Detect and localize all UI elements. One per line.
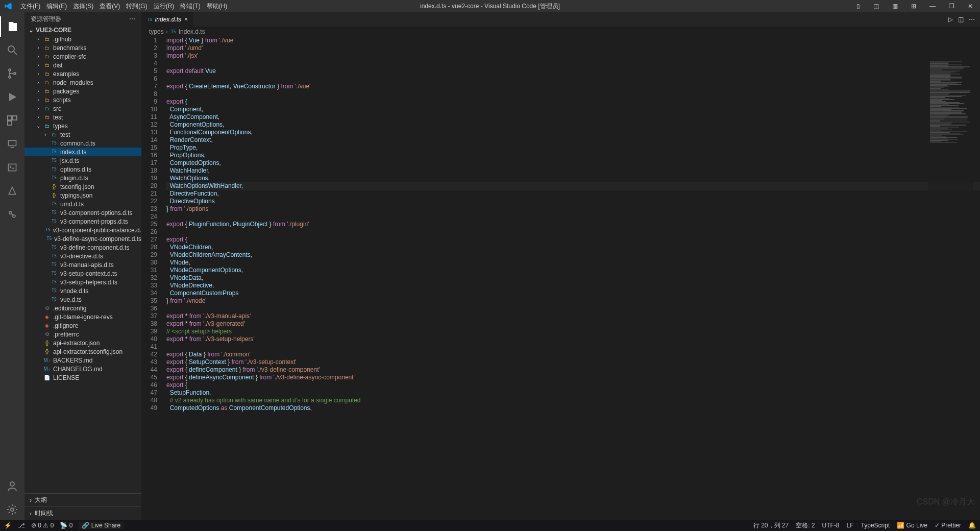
tree-item[interactable]: TSv3-directive.d.ts <box>24 252 141 260</box>
tree-item[interactable]: TScommon.d.ts <box>24 139 141 148</box>
layout-icon-4[interactable]: ⊞ <box>908 2 919 11</box>
menu-item[interactable]: 文件(F) <box>17 2 43 11</box>
tree-item[interactable]: TSv3-component-props.d.ts <box>24 217 141 226</box>
tree-item[interactable]: ›🗀examples <box>24 69 141 78</box>
run-debug-icon[interactable] <box>0 87 24 107</box>
layout-icon-1[interactable]: ▯ <box>853 2 863 11</box>
tree-item[interactable]: TSv3-setup-context.d.ts <box>24 269 141 278</box>
tree-item[interactable]: ›🗀node_modules <box>24 78 141 87</box>
tree-item[interactable]: TSv3-setup-helpers.d.ts <box>24 278 141 286</box>
menu-item[interactable]: 选择(S) <box>70 2 96 11</box>
indentation-status[interactable]: 空格: 2 <box>796 521 815 530</box>
tree-item[interactable]: TSv3-define-async-component.d.ts <box>24 234 141 243</box>
editor-area: TS index.d.ts × ▷ ◫ ⋯ types› TS index.d.… <box>142 12 980 520</box>
tree-item[interactable]: ◆.git-blame-ignore-revs <box>24 312 141 321</box>
menu-item[interactable]: 编辑(E) <box>43 2 70 11</box>
svg-point-4 <box>14 73 16 75</box>
layout-icon-3[interactable]: ▥ <box>889 2 901 11</box>
live-share-status[interactable]: 🔗 Live Share <box>79 522 124 529</box>
tree-item[interactable]: 📄LICENSE <box>24 373 141 382</box>
svg-rect-8 <box>9 140 16 146</box>
ts-file-icon: TS <box>171 30 176 34</box>
azure-icon[interactable] <box>0 181 24 201</box>
tree-item[interactable]: {}api-extractor.json <box>24 339 141 347</box>
ports-status[interactable]: 📡 0 <box>60 522 72 529</box>
remote-icon[interactable]: ⚡ <box>4 522 12 529</box>
settings-gear-icon[interactable] <box>0 499 24 520</box>
breadcrumb[interactable]: types› TS index.d.ts <box>142 27 980 37</box>
editor-body[interactable]: 1234567891011121314151617181920212223242… <box>142 37 980 520</box>
tree-item[interactable]: ⚙.editorconfig <box>24 304 141 312</box>
code-content[interactable]: import { Vue } from './vue'import './umd… <box>166 37 980 520</box>
tree-item[interactable]: {}tsconfig.json <box>24 182 141 191</box>
search-icon[interactable] <box>0 40 24 60</box>
accounts-icon[interactable] <box>0 476 24 496</box>
menu-item[interactable]: 运行(R) <box>151 2 178 11</box>
tab-label: index.d.ts <box>155 16 181 23</box>
live-share-icon[interactable] <box>0 204 24 225</box>
tree-item[interactable]: ⚙.prettierrc <box>24 330 141 339</box>
tree-root[interactable]: ⌄VUE2-CORE <box>24 26 141 35</box>
tree-item[interactable]: ›🗀packages <box>24 87 141 95</box>
tree-item[interactable]: ›🗀src <box>24 104 141 113</box>
remote-explorer-icon[interactable] <box>0 134 24 154</box>
timeline-section[interactable]: ›时间线 <box>24 506 141 520</box>
tree-item[interactable]: TSjsx.d.ts <box>24 156 141 165</box>
tree-item[interactable]: TSplugin.d.ts <box>24 174 141 182</box>
tree-item[interactable]: {}typings.json <box>24 191 141 200</box>
language-status[interactable]: TypeScript <box>861 522 890 529</box>
svg-point-3 <box>9 76 11 78</box>
golive-status[interactable]: 📶 Go Live <box>897 522 927 529</box>
tree-item[interactable]: TSv3-define-component.d.ts <box>24 243 141 252</box>
notifications-icon[interactable]: 🔔 <box>968 522 976 529</box>
cursor-position[interactable]: 行 20，列 27 <box>753 521 789 530</box>
tree-item[interactable]: TSvue.d.ts <box>24 295 141 304</box>
menu-item[interactable]: 终端(T) <box>177 2 203 11</box>
tree-item[interactable]: TSumd.d.ts <box>24 200 141 208</box>
menu-item[interactable]: 查看(V) <box>96 2 123 11</box>
tree-item[interactable]: TSv3-component-public-instance.d.ts <box>24 226 141 234</box>
svg-point-0 <box>8 46 14 52</box>
tree-item[interactable]: TSvnode.d.ts <box>24 286 141 295</box>
source-control-icon[interactable] <box>0 63 24 84</box>
tree-item[interactable]: TSindex.d.ts <box>24 148 141 156</box>
sidebar-more-icon[interactable]: ⋯ <box>129 15 135 22</box>
editor-more-icon[interactable]: ⋯ <box>969 16 975 23</box>
tree-item[interactable]: ›🗀test <box>24 130 141 139</box>
layout-icon-2[interactable]: ◫ <box>870 2 882 11</box>
tree-item[interactable]: {}api-extractor.tsconfig.json <box>24 347 141 356</box>
problems-status[interactable]: ⊘ 0 ⚠ 0 <box>31 522 54 529</box>
tree-item[interactable]: ›🗀scripts <box>24 95 141 104</box>
close-icon[interactable]: × <box>184 16 188 23</box>
split-editor-icon[interactable]: ◫ <box>958 16 964 23</box>
run-icon[interactable]: ▷ <box>948 16 953 23</box>
encoding-status[interactable]: UTF-8 <box>822 522 840 529</box>
tree-item[interactable]: TSv3-manual-apis.d.ts <box>24 260 141 269</box>
maximize-button[interactable]: ❐ <box>946 2 958 11</box>
tree-item[interactable]: ⌄🗀types <box>24 122 141 130</box>
terminal-icon[interactable] <box>0 157 24 178</box>
tree-item[interactable]: ›🗀benchmarks <box>24 43 141 52</box>
eol-status[interactable]: LF <box>847 522 854 529</box>
tree-item[interactable]: ›🗀.github <box>24 35 141 43</box>
git-branch-icon[interactable]: ⎇ <box>18 522 25 529</box>
tree-item[interactable]: TSv3-component-options.d.ts <box>24 208 141 217</box>
tree-item[interactable]: M↓CHANGELOG.md <box>24 365 141 373</box>
minimize-button[interactable]: — <box>926 2 939 11</box>
extensions-icon[interactable] <box>0 110 24 131</box>
tree-item[interactable]: ›🗀test <box>24 113 141 122</box>
tree-item[interactable]: ›🗀dist <box>24 61 141 69</box>
prettier-status[interactable]: ✓ Prettier <box>935 522 961 529</box>
menu-item[interactable]: 帮助(H) <box>204 2 231 11</box>
explorer-icon[interactable] <box>0 16 24 37</box>
tree-item[interactable]: M↓BACKERS.md <box>24 356 141 365</box>
svg-line-1 <box>14 52 17 55</box>
tab-index-dts[interactable]: TS index.d.ts × <box>142 12 193 27</box>
outline-section[interactable]: ›大纲 <box>24 493 141 506</box>
tree-item[interactable]: ›🗀compiler-sfc <box>24 52 141 61</box>
tree-item[interactable]: TSoptions.d.ts <box>24 165 141 174</box>
minimap[interactable] <box>928 61 973 388</box>
tree-item[interactable]: ◆.gitignore <box>24 321 141 330</box>
close-button[interactable]: ✕ <box>965 2 976 11</box>
menu-item[interactable]: 转到(G) <box>123 2 150 11</box>
